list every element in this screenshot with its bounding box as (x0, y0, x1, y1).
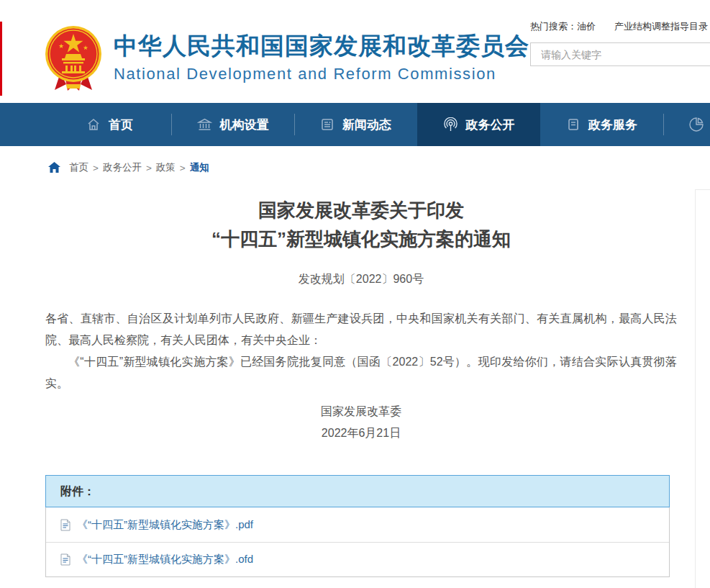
attachment-link-ofd[interactable]: 《“十四五”新型城镇化实施方案》.ofd (77, 553, 253, 566)
right-sidebar-clipped (695, 189, 710, 588)
nav-item-gov-services[interactable]: 政务服务 (540, 103, 663, 146)
nav-label: 政务公开 (466, 117, 515, 133)
breadcrumb-separator: > (146, 163, 152, 173)
header-search-area: 热门搜索： 油价 产业结构调整指导目录 (530, 20, 710, 66)
breadcrumb-item-policy[interactable]: 政策 (156, 161, 176, 174)
nav-item-news[interactable]: 新闻动态 (294, 103, 417, 146)
attachment-row-pdf[interactable]: 《“十四五”新型城镇化实施方案》.pdf (46, 507, 669, 542)
left-red-stripe (0, 22, 2, 96)
nav-item-home[interactable]: 首页 (48, 103, 171, 146)
breadcrumb-item-disclosure[interactable]: 政务公开 (103, 161, 142, 174)
nav-label: 政务服务 (588, 117, 637, 133)
attachments-header: 附件： (45, 475, 670, 507)
nav-item-development-data[interactable]: 发展数据 (663, 103, 710, 146)
document-title: 国家发展改革委关于印发 “十四五”新型城镇化实施方案的通知 (45, 196, 677, 253)
document-body: 各省、直辖市、自治区及计划单列市人民政府、新疆生产建设兵团，中央和国家机关有关部… (45, 308, 677, 394)
site-title: 中华人民共和国国家发展和改革委员会 National Development a… (114, 30, 529, 83)
pie-chart-icon (688, 117, 704, 132)
breadcrumb-separator: > (180, 163, 186, 173)
breadcrumb-item-home[interactable]: 首页 (69, 161, 88, 174)
nav-item-gov-disclosure[interactable]: 政务公开 (417, 103, 540, 146)
news-icon (320, 117, 334, 132)
signature-agency: 国家发展改革委 (45, 401, 677, 422)
site-title-zh: 中华人民共和国国家发展和改革委员会 (114, 30, 529, 63)
breadcrumb-separator: > (93, 163, 99, 173)
nav-label: 首页 (109, 117, 133, 133)
document-number: 发改规划〔2022〕960号 (45, 272, 677, 287)
nav-label: 新闻动态 (342, 117, 391, 133)
file-icon (60, 553, 70, 566)
nav-label: 机构设置 (220, 117, 269, 133)
hot-search-term-catalog[interactable]: 产业结构调整指导目录 (614, 20, 708, 33)
hot-search-term-oil[interactable]: 油价 (577, 20, 596, 33)
service-doc-icon (566, 117, 581, 132)
attachment-link-pdf[interactable]: 《“十四五”新型城镇化实施方案》.pdf (77, 518, 253, 532)
paragraph-recipients: 各省、直辖市、自治区及计划单列市人民政府、新疆生产建设兵团，中央和国家机关有关部… (45, 308, 677, 351)
search-input[interactable] (531, 43, 710, 65)
breadcrumb: 首页 > 政务公开 > 政策 > 通知 (48, 161, 209, 174)
search-box (530, 42, 710, 66)
hot-search-label: 热门搜索： (530, 20, 577, 33)
attachments-section: 附件： 《“十四五”新型城镇化实施方案》.pdf 《“十四五”新型城镇化实施方案… (45, 475, 670, 577)
attachment-row-ofd[interactable]: 《“十四五”新型城镇化实施方案》.ofd (46, 542, 669, 576)
national-emblem-icon (45, 24, 102, 96)
nav-item-organization[interactable]: 机构设置 (171, 103, 294, 146)
site-logo-link[interactable]: 中华人民共和国国家发展和改革委员会 National Development a… (45, 22, 527, 94)
breadcrumb-home-icon[interactable] (48, 162, 60, 173)
document-title-line1: 国家发展改革委关于印发 (45, 196, 677, 225)
signature-date: 2022年6月21日 (45, 422, 677, 444)
breadcrumb-item-notice: 通知 (190, 161, 209, 174)
institution-icon (197, 117, 212, 132)
main-nav: 首页 机构设置 新闻动态 政务公开 政务服务 发展数据 (0, 103, 710, 146)
broadcast-icon (443, 117, 458, 132)
hot-search-bar: 热门搜索： 油价 产业结构调整指导目录 (530, 20, 710, 33)
home-icon (86, 117, 101, 132)
document-title-line2: “十四五”新型城镇化实施方案的通知 (45, 225, 677, 253)
attachments-list: 《“十四五”新型城镇化实施方案》.pdf 《“十四五”新型城镇化实施方案》.of… (45, 507, 670, 577)
file-icon (60, 519, 70, 531)
site-title-en: National Development and Reform Commissi… (114, 65, 529, 83)
signature-block: 国家发展改革委 2022年6月21日 (45, 401, 677, 444)
article: 国家发展改革委关于印发 “十四五”新型城镇化实施方案的通知 发改规划〔2022〕… (45, 196, 677, 444)
paragraph-main: 《“十四五”新型城镇化实施方案》已经国务院批复同意（国函〔2022〕52号）。现… (45, 351, 677, 394)
